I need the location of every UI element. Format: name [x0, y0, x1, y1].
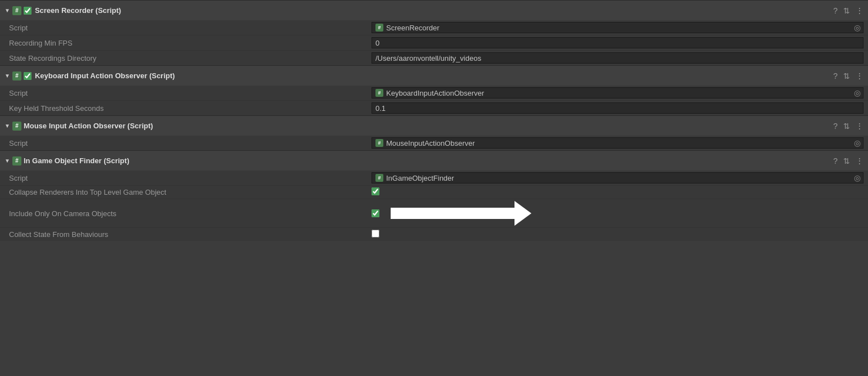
include-camera-objects-checkbox[interactable]	[372, 209, 379, 217]
screen-recorder-script-value-wrapper: # ScreenRecorder ◎	[372, 22, 868, 33]
arrow-indicator	[391, 201, 531, 226]
screen-recorder-component: ▼ # Screen Recorder (Script) ? ⇅ ⋮ Scrip…	[0, 0, 868, 65]
ingame-finder-component: ▼ # In Game Object Finder (Script) ? ⇅ ⋮…	[0, 150, 868, 241]
collapse-renderers-row: Collapse Renderers Into Top Level Game O…	[0, 186, 868, 199]
screen-recorder-body: Script # ScreenRecorder ◎ Recording Min …	[0, 20, 868, 65]
mouse-input-script-circle[interactable]: ◎	[854, 138, 861, 147]
keyboard-input-script-circle[interactable]: ◎	[854, 88, 861, 97]
keyboard-input-script-hash: #	[375, 89, 383, 97]
ingame-finder-settings-icon[interactable]: ⇅	[843, 156, 850, 165]
collect-state-row: Collect State From Behaviours	[0, 228, 868, 241]
ingame-finder-script-hash: #	[375, 174, 383, 182]
collect-state-checkbox[interactable]	[372, 230, 379, 238]
mouse-input-component: ▼ # Mouse Input Action Observer (Script)…	[0, 115, 868, 150]
collect-state-label: Collect State From Behaviours	[0, 230, 372, 239]
ingame-finder-body: Script # InGameObjectFinder ◎ Collapse R…	[0, 171, 868, 241]
keyboard-input-hash-icon: #	[12, 71, 21, 80]
mouse-input-hash-icon: #	[12, 122, 21, 131]
collapse-renderers-value-wrapper	[372, 187, 868, 197]
screen-recorder-header-icons: ? ⇅ ⋮	[833, 6, 863, 15]
screen-recorder-chevron[interactable]: ▼	[5, 7, 10, 14]
screen-recorder-script-field[interactable]: # ScreenRecorder ◎	[372, 22, 863, 33]
keyboard-input-more-icon[interactable]: ⋮	[856, 71, 863, 80]
keyboard-input-script-field[interactable]: # KeyboardInputActionObserver ◎	[372, 87, 863, 99]
include-camera-objects-row: Include Only On Camera Objects	[0, 199, 868, 228]
screen-recorder-help-icon[interactable]: ?	[833, 6, 838, 15]
keyboard-input-settings-icon[interactable]: ⇅	[843, 71, 850, 80]
ingame-finder-header: ▼ # In Game Object Finder (Script) ? ⇅ ⋮	[0, 150, 868, 171]
include-camera-objects-value-wrapper	[372, 201, 868, 226]
keyboard-input-threshold-text: 0.1	[375, 104, 386, 113]
screen-recorder-minfps-text: 0	[375, 39, 379, 47]
screen-recorder-enable-checkbox[interactable]	[24, 7, 32, 15]
keyboard-input-script-text: KeyboardInputActionObserver	[386, 89, 484, 97]
inspector-panel: ▼ # Screen Recorder (Script) ? ⇅ ⋮ Scrip…	[0, 0, 868, 241]
screen-recorder-dir-label: State Recordings Directory	[0, 54, 372, 62]
screen-recorder-dir-row: State Recordings Directory /Users/aaronv…	[0, 51, 868, 65]
ingame-finder-chevron[interactable]: ▼	[5, 158, 10, 164]
mouse-input-header: ▼ # Mouse Input Action Observer (Script)…	[0, 115, 868, 136]
keyboard-input-chevron[interactable]: ▼	[5, 73, 10, 79]
mouse-input-body: Script # MouseInputActionObserver ◎	[0, 136, 868, 150]
screen-recorder-settings-icon[interactable]: ⇅	[843, 6, 850, 15]
mouse-input-script-row: Script # MouseInputActionObserver ◎	[0, 136, 868, 150]
keyboard-input-threshold-field[interactable]: 0.1	[372, 102, 863, 114]
keyboard-input-threshold-row: Key Held Threshold Seconds 0.1	[0, 101, 868, 115]
mouse-input-script-value-wrapper: # MouseInputActionObserver ◎	[372, 137, 868, 149]
ingame-finder-script-value-wrapper: # InGameObjectFinder ◎	[372, 172, 868, 183]
screen-recorder-minfps-row: Recording Min FPS 0	[0, 35, 868, 51]
keyboard-input-enable-checkbox[interactable]	[24, 72, 32, 80]
screen-recorder-minfps-label: Recording Min FPS	[0, 39, 372, 47]
keyboard-input-header-icons: ? ⇅ ⋮	[833, 71, 863, 80]
mouse-input-more-icon[interactable]: ⋮	[856, 122, 863, 131]
mouse-input-script-hash: #	[375, 139, 383, 147]
ingame-finder-script-field[interactable]: # InGameObjectFinder ◎	[372, 172, 863, 183]
include-camera-objects-label: Include Only On Camera Objects	[0, 209, 372, 218]
arrow-head	[514, 201, 531, 226]
screen-recorder-dir-field[interactable]: /Users/aaronvontell/unity_videos	[372, 52, 863, 64]
screen-recorder-script-hash: #	[375, 24, 383, 32]
screen-recorder-script-text: ScreenRecorder	[386, 24, 440, 32]
ingame-finder-help-icon[interactable]: ?	[833, 156, 838, 165]
screen-recorder-dir-value-wrapper: /Users/aaronvontell/unity_videos	[372, 52, 868, 64]
screen-recorder-hash-icon: #	[12, 6, 21, 15]
keyboard-input-body: Script # KeyboardInputActionObserver ◎ K…	[0, 86, 868, 115]
keyboard-input-threshold-value-wrapper: 0.1	[372, 102, 868, 114]
collect-state-value-wrapper	[372, 230, 868, 239]
collapse-renderers-label: Collapse Renderers Into Top Level Game O…	[0, 188, 372, 196]
keyboard-input-threshold-label: Key Held Threshold Seconds	[0, 104, 372, 113]
ingame-finder-script-circle[interactable]: ◎	[854, 173, 861, 182]
collapse-renderers-checkbox[interactable]	[372, 187, 379, 195]
keyboard-input-help-icon[interactable]: ?	[833, 71, 838, 80]
ingame-finder-header-icons: ? ⇅ ⋮	[833, 156, 863, 165]
ingame-finder-script-text: InGameObjectFinder	[386, 174, 454, 182]
screen-recorder-title: Screen Recorder (Script)	[35, 6, 833, 15]
keyboard-input-header: ▼ # Keyboard Input Action Observer (Scri…	[0, 65, 868, 86]
keyboard-input-component: ▼ # Keyboard Input Action Observer (Scri…	[0, 65, 868, 115]
screen-recorder-dir-text: /Users/aaronvontell/unity_videos	[375, 54, 481, 62]
mouse-input-help-icon[interactable]: ?	[833, 122, 838, 131]
mouse-input-settings-icon[interactable]: ⇅	[843, 122, 850, 131]
keyboard-input-script-label: Script	[0, 89, 372, 97]
screen-recorder-header: ▼ # Screen Recorder (Script) ? ⇅ ⋮	[0, 0, 868, 20]
keyboard-input-script-row: Script # KeyboardInputActionObserver ◎	[0, 86, 868, 101]
mouse-input-script-field[interactable]: # MouseInputActionObserver ◎	[372, 137, 863, 149]
mouse-input-chevron[interactable]: ▼	[5, 123, 10, 129]
ingame-finder-hash-icon: #	[12, 156, 21, 165]
arrow-body	[391, 208, 514, 219]
screen-recorder-minfps-field[interactable]: 0	[372, 37, 863, 48]
screen-recorder-script-label: Script	[0, 24, 372, 32]
keyboard-input-script-value-wrapper: # KeyboardInputActionObserver ◎	[372, 87, 868, 99]
mouse-input-header-icons: ? ⇅ ⋮	[833, 122, 863, 131]
screen-recorder-script-row: Script # ScreenRecorder ◎	[0, 20, 868, 35]
keyboard-input-title: Keyboard Input Action Observer (Script)	[35, 71, 833, 80]
screen-recorder-script-circle[interactable]: ◎	[854, 23, 861, 32]
screen-recorder-more-icon[interactable]: ⋮	[856, 6, 863, 15]
ingame-finder-script-row: Script # InGameObjectFinder ◎	[0, 171, 868, 186]
ingame-finder-script-label: Script	[0, 174, 372, 182]
mouse-input-script-label: Script	[0, 139, 372, 147]
ingame-finder-title: In Game Object Finder (Script)	[24, 156, 833, 165]
screen-recorder-minfps-value-wrapper: 0	[372, 37, 868, 48]
mouse-input-script-text: MouseInputActionObserver	[386, 139, 475, 147]
ingame-finder-more-icon[interactable]: ⋮	[856, 156, 863, 165]
